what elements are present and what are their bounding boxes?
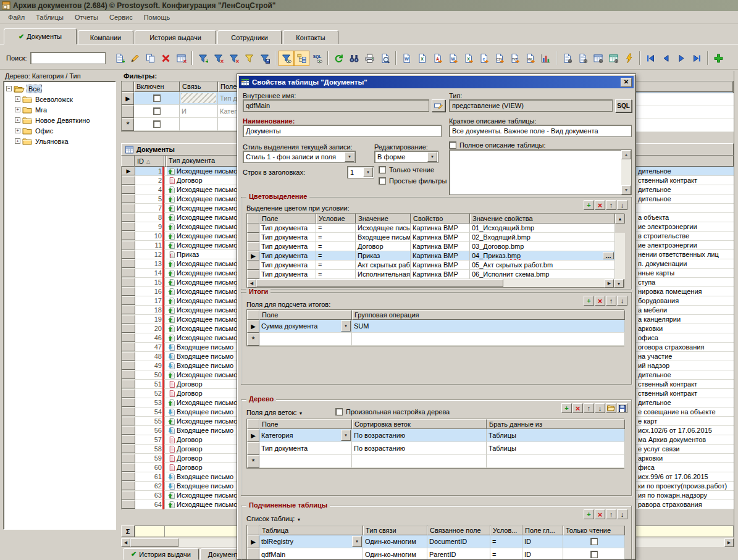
row-selector-cell[interactable] [122, 185, 135, 194]
row-selector-cell[interactable]: ▶ [122, 167, 135, 175]
sub-tables-grid-cell[interactable]: tblRegistry▼ [259, 535, 363, 548]
sub-tables-grid-cell[interactable]: ID [522, 548, 563, 560]
row-selector-cell[interactable] [122, 445, 135, 453]
color-grid-cell[interactable]: Картинка BMP [411, 224, 470, 233]
sub-tables-grid-col-5[interactable]: Только чтение [563, 525, 625, 535]
custom-tree-checkbox[interactable] [335, 408, 343, 416]
row-selector-cell[interactable] [122, 426, 135, 435]
add-button[interactable]: + [584, 200, 594, 210]
totals-grid-row[interactable]: ▶Сумма документа▼SUM [247, 320, 624, 333]
color-grid-row[interactable]: Тип документа=ДоговорКартинка BMP03_Дого… [247, 242, 624, 251]
tree-fields-grid-row[interactable]: ▶Категория▼По возрастаниюТаблицы [247, 429, 624, 442]
tree-expand-icon[interactable]: + [15, 138, 20, 144]
color-grid-cell[interactable]: = [316, 261, 356, 270]
filters-grid-cell[interactable] [180, 92, 218, 105]
delete-button[interactable]: × [595, 200, 605, 210]
color-grid-cell[interactable]: Картинка BMP [411, 270, 470, 279]
row-selector-cell[interactable]: ▶ [247, 535, 259, 548]
filter-quick-button[interactable] [241, 51, 257, 66]
totals-grid-cell[interactable] [259, 333, 352, 346]
filter-save-button[interactable] [257, 51, 272, 66]
row-selector-cell[interactable] [122, 204, 135, 212]
up-button[interactable]: ↑ [606, 509, 616, 519]
row-selector-cell[interactable] [122, 269, 135, 277]
color-grid-cell[interactable]: Исходящее письмо [356, 224, 411, 233]
open-excel-button[interactable]: X [461, 51, 476, 66]
row-selector-cell[interactable] [247, 233, 259, 242]
checkbox[interactable] [153, 107, 161, 115]
color-grid-row[interactable]: Тип документа=Входящее письмоКартинка BM… [247, 233, 624, 242]
tree-fields-grid-cell[interactable]: Таблицы [487, 429, 625, 442]
color-grid-cell[interactable]: 04_Приказ.bmp... [470, 251, 615, 261]
find-button[interactable] [346, 51, 362, 66]
row-selector-cell[interactable] [122, 296, 135, 305]
totals-grid-cell[interactable] [352, 333, 625, 346]
checkbox[interactable] [153, 94, 161, 102]
row-selector-cell[interactable] [122, 176, 135, 185]
color-grid-row[interactable]: Тип документа=Исполнительная схеКартинка… [247, 270, 624, 279]
tree-fields-grid-col-1[interactable]: Сортировка веток [352, 419, 487, 429]
chevron-down-icon[interactable]: ▼ [363, 167, 373, 177]
edit-record-button[interactable] [127, 51, 143, 66]
color-grid-cell[interactable]: Входящее письмо [356, 233, 411, 242]
menu-Помощь[interactable]: Помощь [138, 12, 176, 22]
totals-grid-row[interactable]: * [247, 333, 624, 346]
vscroll-track[interactable] [615, 233, 625, 242]
full-desc-textarea[interactable]: ▲ ▼ [449, 149, 632, 195]
tree-item-Всеволожск[interactable]: +Всеволожск [4, 94, 115, 104]
export-excel-button[interactable]: X [414, 51, 430, 66]
color-grid-cell[interactable]: = [316, 242, 356, 251]
sub-tables-grid-cell[interactable]: DocumentID [427, 535, 490, 548]
tree-item-Ульяновка[interactable]: +Ульяновка [4, 136, 115, 146]
tree-panel-toggle-button[interactable] [294, 51, 309, 66]
tree-fields-grid-cell[interactable]: Категория▼ [259, 429, 352, 442]
tab-Компании[interactable]: Компании [78, 30, 133, 44]
chevron-down-icon[interactable]: ▼ [427, 152, 437, 162]
totals-grid-cell[interactable]: Сумма документа▼ [259, 320, 352, 333]
filter-panel-toggle-button[interactable] [279, 51, 294, 66]
row-selector-cell[interactable] [122, 370, 135, 379]
row-selector-cell[interactable] [247, 224, 259, 233]
header-rows-combobox[interactable]: 1▼ [347, 166, 374, 178]
sigma-button[interactable]: Σ [121, 525, 135, 537]
color-grid-cell[interactable]: Картинка BMP [411, 261, 470, 270]
scroll-right-icon[interactable]: ▶ [724, 538, 734, 547]
nav-last-button[interactable] [689, 51, 705, 66]
chevron-down-icon[interactable]: ▼ [299, 411, 303, 416]
chart-button[interactable] [538, 51, 553, 66]
export-csv-button[interactable]: CSV [492, 51, 507, 66]
down-button[interactable]: ↓ [617, 509, 627, 519]
row-selector-cell[interactable] [122, 232, 135, 240]
scroll-down-icon[interactable]: ▼ [614, 279, 624, 288]
checkbox[interactable] [153, 120, 161, 128]
filters-grid-cell[interactable] [134, 105, 180, 118]
add-table-button[interactable] [711, 51, 726, 66]
color-grid-cell[interactable]: Тип документа [259, 224, 316, 233]
nav-next-button[interactable] [674, 51, 689, 66]
delete-record-button[interactable] [158, 51, 174, 66]
up-button[interactable]: ↑ [606, 296, 616, 306]
chevron-down-icon[interactable]: ▼ [296, 517, 301, 522]
color-grid-hscroll[interactable]: ◀▶▼ [247, 279, 624, 287]
color-grid-cell[interactable]: Тип документа [259, 242, 316, 251]
row-selector-cell[interactable] [122, 454, 135, 462]
id-column-header[interactable]: ID△ [135, 156, 164, 167]
row-selector-cell[interactable] [122, 222, 135, 231]
row-selector-cell[interactable] [122, 194, 135, 203]
sub-tables-grid-row[interactable]: qdfMainОдин-ко-многимParentID=ID [247, 548, 624, 560]
scroll-down-icon[interactable]: ▼ [621, 185, 631, 194]
name-field[interactable]: Документы [243, 125, 442, 137]
add-button[interactable]: + [561, 403, 572, 413]
row-selector-cell[interactable]: * [247, 333, 259, 346]
tab-Документы[interactable]: ✔Документы [4, 28, 77, 44]
style-combobox[interactable]: Стиль 1 - фон записи и поля▼ [243, 151, 356, 163]
read-only-checkbox[interactable] [379, 166, 386, 173]
row-selector-cell[interactable]: * [122, 118, 134, 131]
load-button[interactable] [606, 403, 616, 413]
row-selector-cell[interactable] [122, 324, 135, 333]
refresh-button[interactable] [331, 51, 346, 66]
copy-record-button[interactable] [143, 51, 158, 66]
tree-item-Офис[interactable]: +Офис [4, 125, 115, 136]
totals-grid-col-1[interactable]: Групповая операция [352, 310, 625, 320]
form-settings-button[interactable] [590, 51, 606, 66]
